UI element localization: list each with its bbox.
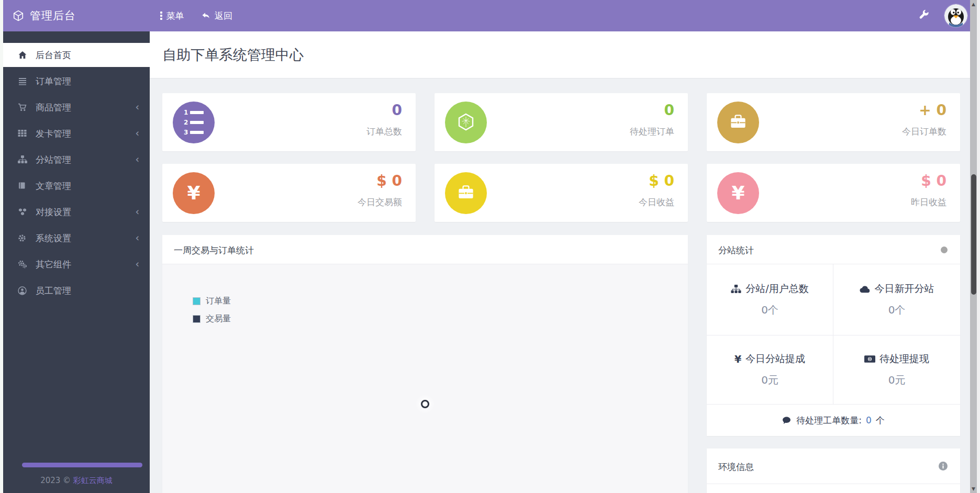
stat-label: 今日订单数 bbox=[902, 126, 946, 138]
chart-legend: 订单量 交易量 bbox=[187, 296, 231, 324]
legend-swatch bbox=[193, 315, 201, 323]
branch-cell-total: 分站/用户总数 0个 bbox=[707, 264, 833, 335]
sidebar-item-branches[interactable]: 分站管理 ‹ bbox=[3, 148, 150, 172]
legend-item-volume[interactable]: 交易量 bbox=[187, 313, 231, 324]
chart-panel-title: 一周交易与订单统计 bbox=[174, 244, 254, 256]
pending-tickets-label: 待处理工单数量: bbox=[796, 414, 862, 427]
money-bill-icon bbox=[864, 355, 875, 363]
sitemap-icon bbox=[731, 285, 741, 294]
cell-label: 待处理提现 bbox=[879, 352, 929, 366]
page-header: 自助下单系统管理中心 bbox=[150, 31, 970, 79]
list-icon bbox=[18, 77, 28, 86]
back-button[interactable]: 返回 bbox=[201, 0, 232, 31]
stat-value: $ 0 bbox=[921, 172, 946, 189]
branch-panel-title: 分站统计 bbox=[718, 244, 754, 256]
user-icon bbox=[18, 286, 28, 295]
cell-value: 0元 bbox=[761, 373, 778, 387]
stat-label: 待处理订单 bbox=[630, 126, 674, 138]
scroll-down-icon[interactable]: ▼ bbox=[970, 486, 977, 491]
stat-label: 今日收益 bbox=[639, 196, 674, 208]
weekly-chart-panel: 一周交易与订单统计 订单量 交易量 bbox=[162, 235, 688, 493]
topbar: 管理后台 菜单 返回 bbox=[3, 0, 980, 31]
sidebar-item-home[interactable]: 后台首页 bbox=[3, 43, 150, 67]
cell-label: 分站/用户总数 bbox=[745, 282, 808, 296]
branch-stats-panel: 分站统计 分站/用户总数 0个 今日新开分站 0个 ¥ 今日分站提成 0元 待处… bbox=[707, 235, 960, 436]
stat-label: 订单总数 bbox=[366, 126, 402, 138]
cart-icon bbox=[18, 103, 28, 112]
branch-cell-commission: ¥ 今日分站提成 0元 bbox=[707, 335, 833, 405]
briefcase-icon bbox=[445, 172, 487, 214]
sidebar: 后台首页 订单管理 商品管理 ‹ 发卡管理 ‹ 分站管理 ‹ 文章管理 对接设置… bbox=[3, 31, 150, 493]
legend-label: 交易量 bbox=[206, 313, 231, 324]
cube-logo-icon bbox=[13, 10, 24, 21]
stat-card-today-income[interactable]: $ 0 今日收益 bbox=[435, 164, 688, 222]
cloud-icon bbox=[860, 285, 871, 293]
chevron-left-icon: ‹ bbox=[135, 232, 139, 243]
pending-tickets-value[interactable]: 0 bbox=[866, 415, 872, 425]
wrench-icon[interactable] bbox=[918, 9, 930, 21]
brand[interactable]: 管理后台 bbox=[13, 0, 76, 31]
env-panel-header: 环境信息 bbox=[707, 449, 960, 484]
gears-icon bbox=[18, 260, 28, 269]
pending-tickets-row: 待处理工单数量: 0 个 bbox=[707, 405, 960, 436]
sidebar-item-cards[interactable]: 发卡管理 ‹ bbox=[3, 121, 150, 145]
sidebar-item-label: 对接设置 bbox=[36, 206, 71, 218]
sidebar-item-integrations[interactable]: 对接设置 ‹ bbox=[3, 200, 150, 224]
sidebar-item-settings[interactable]: 系统设置 ‹ bbox=[3, 226, 150, 250]
branch-cell-withdrawals: 待处理提现 0元 bbox=[833, 335, 960, 405]
sidebar-item-components[interactable]: 其它组件 ‹ bbox=[3, 252, 150, 276]
sidebar-item-label: 员工管理 bbox=[36, 285, 71, 297]
sidebar-accent-bar bbox=[22, 463, 142, 467]
sidebar-item-staff[interactable]: 员工管理 bbox=[3, 278, 150, 302]
branch-cell-new-today: 今日新开分站 0个 bbox=[833, 264, 960, 335]
stat-card-today-orders[interactable]: + 0 今日订单数 bbox=[707, 93, 960, 151]
copyright-brand[interactable]: 彩虹云商城 bbox=[73, 476, 113, 485]
stat-card-yesterday-income[interactable]: ¥ $ 0 昨日收益 bbox=[707, 164, 960, 222]
info-icon[interactable] bbox=[939, 462, 948, 470]
yen-icon: ¥ bbox=[173, 172, 215, 214]
yen-icon: ¥ bbox=[717, 172, 759, 214]
comment-icon bbox=[782, 416, 791, 425]
sidebar-item-label: 其它组件 bbox=[36, 259, 71, 271]
page-title: 自助下单系统管理中心 bbox=[162, 46, 304, 64]
sidebar-item-orders[interactable]: 订单管理 bbox=[3, 69, 150, 93]
env-panel-title: 环境信息 bbox=[718, 461, 754, 473]
brand-title: 管理后台 bbox=[30, 8, 76, 23]
reply-arrow-icon bbox=[201, 12, 210, 20]
cell-value: 0元 bbox=[888, 373, 906, 387]
stat-value: $ 0 bbox=[649, 172, 674, 189]
cell-value: 0个 bbox=[888, 303, 906, 317]
chevron-left-icon: ‹ bbox=[135, 259, 139, 269]
chevron-left-icon: ‹ bbox=[135, 102, 139, 112]
sidebar-item-label: 商品管理 bbox=[36, 102, 71, 114]
legend-item-orders[interactable]: 订单量 bbox=[187, 296, 231, 307]
stat-value: 0 bbox=[664, 102, 674, 119]
scroll-up-icon[interactable]: ▲ bbox=[970, 2, 977, 7]
cell-label: 今日分站提成 bbox=[745, 352, 805, 366]
stat-label: 昨日收益 bbox=[911, 196, 946, 208]
chevron-left-icon: ‹ bbox=[135, 154, 139, 164]
pending-tickets-suffix: 个 bbox=[876, 414, 885, 427]
chevron-left-icon: ‹ bbox=[135, 206, 139, 217]
stat-card-pending-orders[interactable]: 0 待处理订单 bbox=[435, 93, 688, 151]
avatar[interactable] bbox=[944, 4, 967, 27]
chevron-left-icon: ‹ bbox=[135, 128, 139, 138]
scrollbar-thumb[interactable] bbox=[971, 174, 976, 295]
stat-value: $ 0 bbox=[376, 172, 402, 189]
loading-spinner bbox=[421, 400, 429, 408]
stat-card-total-orders[interactable]: 1 2 3 0 订单总数 bbox=[162, 93, 416, 151]
sidebar-item-label: 订单管理 bbox=[36, 75, 71, 87]
menu-button[interactable]: 菜单 bbox=[160, 0, 184, 31]
stat-card-today-volume[interactable]: ¥ $ 0 今日交易额 bbox=[162, 164, 416, 222]
ordered-list-icon: 1 2 3 bbox=[173, 102, 215, 143]
chart-panel-header: 一周交易与订单统计 bbox=[162, 235, 688, 264]
ellipsis-v-icon bbox=[160, 12, 162, 20]
environment-panel: 环境信息 bbox=[707, 449, 960, 493]
sidebar-item-products[interactable]: 商品管理 ‹ bbox=[3, 95, 150, 119]
sidebar-item-label: 文章管理 bbox=[36, 180, 71, 192]
stat-label: 今日交易额 bbox=[358, 196, 402, 208]
menu-label: 菜单 bbox=[166, 10, 184, 22]
gear-icon bbox=[18, 234, 28, 243]
cube-icon bbox=[445, 102, 487, 143]
sidebar-item-articles[interactable]: 文章管理 bbox=[3, 174, 150, 198]
